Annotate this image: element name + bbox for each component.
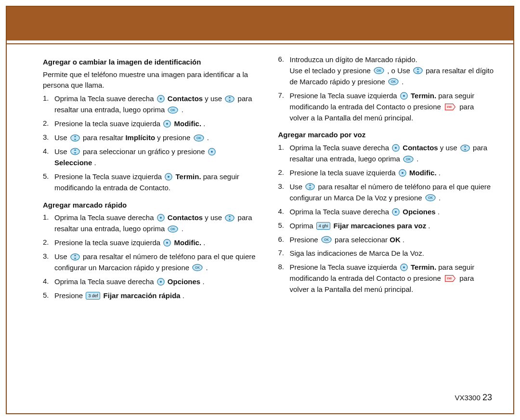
right-column: 6. Introduzca un dígito de Marcado rápid… (278, 54, 494, 304)
page-number: 23 (482, 393, 492, 402)
ok-icon (374, 67, 384, 74)
list-item: Oprima la Tecla suave derecha Contactos … (290, 142, 494, 164)
list-item: Use para resaltar el número de teléfono … (290, 181, 494, 203)
ok-icon (192, 264, 203, 271)
softkey-icon (163, 120, 171, 128)
section2-list-right: 6. Introduzca un dígito de Marcado rápid… (278, 54, 494, 123)
header-banner (7, 7, 513, 40)
left-column: Agregar o cambiar la imagen de identific… (43, 54, 259, 304)
section3-list: 1. Oprima la Tecla suave derecha Contact… (278, 142, 494, 295)
ok-icon (168, 225, 178, 233)
softkey-icon (208, 148, 216, 156)
key-3-icon: 3 def (86, 292, 100, 300)
list-item: Presione la Tecla suave izquierda Termin… (54, 171, 259, 193)
list-item: Presione la tecla suave izquierda Modifi… (54, 237, 259, 248)
nav-icon (225, 214, 234, 222)
nav-icon (305, 183, 315, 190)
softkey-icon (392, 144, 400, 152)
model-label: VX3300 (455, 394, 480, 402)
list-item: Use para resaltar el número de teléfono … (54, 251, 259, 273)
section1-title: Agregar o cambiar la imagen de identific… (43, 57, 259, 67)
list-item: Oprima la Tecla suave derecha Contactos … (54, 93, 259, 115)
nav-icon (460, 144, 470, 152)
ok-icon (425, 194, 436, 201)
nav-icon (70, 253, 80, 261)
list-item: Presione la Tecla suave izquierda Termin… (290, 262, 494, 295)
section2-list-left: 1. Oprima la Tecla suave derecha Contact… (43, 212, 259, 301)
softkey-icon (165, 173, 172, 181)
softkey-icon (400, 92, 408, 100)
ok-icon (194, 134, 204, 142)
list-item: Presione 3 def Fijar marcación rápida . (54, 290, 259, 301)
list-item: Introduzca un dígito de Marcado rápido. … (290, 54, 494, 87)
softkey-icon (392, 208, 400, 216)
softkey-icon (157, 95, 165, 103)
softkey-icon (399, 169, 406, 177)
ok-icon (168, 106, 178, 114)
softkey-icon (400, 263, 408, 271)
section1-list: 1. Oprima la Tecla suave derecha Contact… (43, 93, 259, 193)
end-icon (444, 275, 456, 282)
ok-icon (321, 236, 332, 243)
list-item: Oprima 4 ghi Fijar marcaciones para voz … (290, 220, 494, 231)
page-frame: Agregar o cambiar la imagen de identific… (6, 6, 514, 414)
softkey-icon (157, 214, 165, 222)
list-item: Presione la Tecla suave izquierda Termin… (290, 90, 494, 123)
ok-icon (403, 156, 414, 163)
nav-icon (70, 134, 80, 142)
nav-icon (225, 95, 234, 103)
list-item: Use para resaltar Implícito y presione . (54, 132, 259, 143)
page-footer: VX3300 23 (455, 393, 492, 403)
section2-title: Agregar marcado rápido (43, 200, 259, 210)
nav-icon (70, 148, 80, 155)
key-4-icon: 4 ghi (316, 222, 331, 230)
section3-title: Agregar marcado por voz (278, 130, 494, 140)
list-item: Siga las indicaciones de Marca De la Voz… (290, 248, 494, 259)
end-icon (444, 103, 456, 111)
list-item: Oprima la Tecla suave derecha Contactos … (54, 212, 259, 234)
list-item: Presione la tecla suave izquierda Modifi… (290, 167, 494, 178)
list-item: Oprima la Tecla suave derecha Opciones . (290, 206, 494, 217)
list-item: Use para seleccionar un gráfico y presio… (54, 146, 259, 168)
softkey-icon (157, 278, 165, 286)
list-item: Oprima la Tecla suave derecha Opciones . (54, 276, 259, 287)
section1-intro: Permite que el teléfono muestre una imag… (43, 69, 259, 91)
list-item: Presione para seleccionar OK . (290, 234, 494, 245)
list-item: Presione la tecla suave izquierda Modifi… (54, 118, 259, 129)
nav-icon (413, 67, 423, 74)
softkey-icon (163, 239, 171, 247)
ok-icon (388, 78, 399, 85)
content-area: Agregar o cambiar la imagen de identific… (7, 44, 513, 309)
